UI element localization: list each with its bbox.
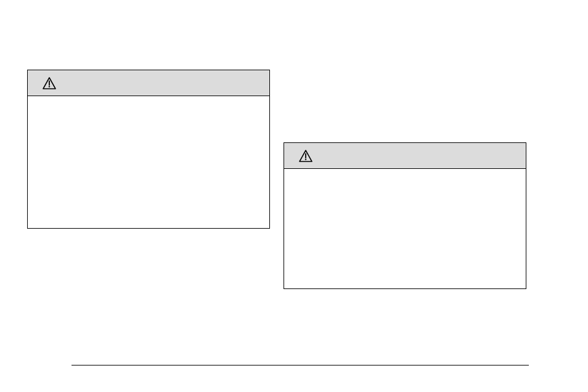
- warning-icon: [43, 77, 56, 89]
- warning-panel-right-header: [284, 143, 526, 169]
- warning-icon: [299, 150, 312, 162]
- warning-panel-left-header: [28, 70, 269, 96]
- horizontal-rule: [71, 365, 529, 365]
- svg-point-5: [305, 158, 306, 160]
- warning-panel-left: [27, 70, 270, 229]
- svg-point-2: [49, 86, 50, 87]
- warning-panel-right: [284, 142, 526, 289]
- document-page: [0, 0, 588, 392]
